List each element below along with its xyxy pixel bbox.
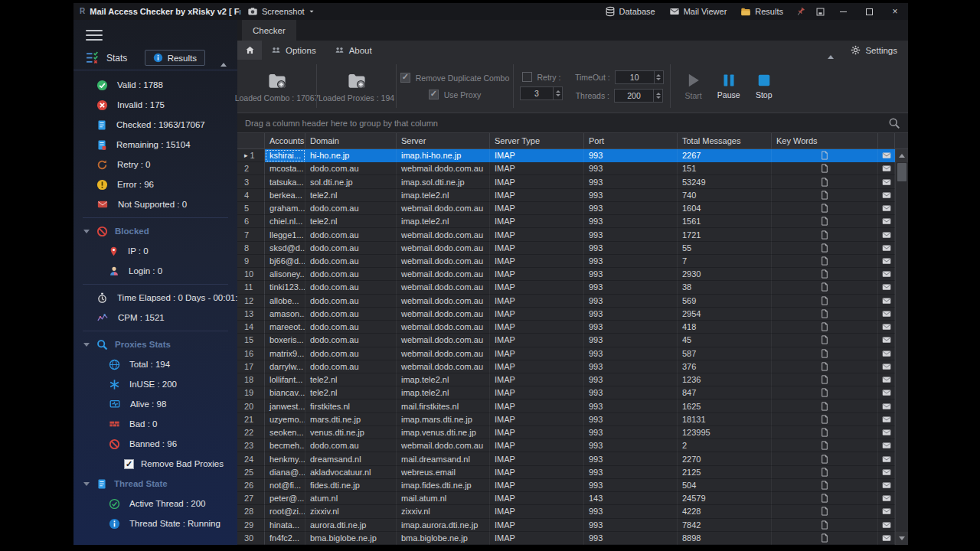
cell-total-messages[interactable]: 418 [678, 321, 772, 334]
cell-total-messages[interactable]: 1721 [678, 228, 772, 241]
cell-account[interactable]: not@fi... [265, 479, 305, 492]
cell-domain[interactable]: dodo.com.au [305, 281, 397, 294]
cell-server[interactable]: webmail.dodo.com.au [397, 162, 490, 175]
cell-port[interactable]: 143 [584, 492, 678, 505]
column-header-server-type[interactable]: Server Type [490, 133, 584, 149]
cell-server[interactable]: webmail.dodo.com.au [397, 255, 490, 268]
cell-total-messages[interactable]: 504 [678, 479, 772, 492]
cell-domain[interactable]: hi-ho.ne.jp [305, 149, 397, 162]
cell-server-type[interactable]: IMAP [490, 189, 584, 202]
results-button[interactable]: Results [733, 3, 790, 20]
table-row[interactable]: 18lollifant...tele2.nlimap.tele2.nlIMAP9… [237, 373, 895, 386]
cell-key-words[interactable] [772, 308, 878, 321]
mail-viewer-button[interactable]: Mail Viewer [662, 3, 734, 20]
table-row[interactable]: 29hinata...aurora.dti.ne.jpimap.aurora.d… [237, 519, 895, 532]
cell-key-words[interactable] [772, 162, 878, 175]
cell-mail-action[interactable] [878, 519, 895, 532]
cell-mail-action[interactable] [878, 426, 895, 439]
cell-account[interactable]: seoken... [265, 426, 305, 439]
cell-server-type[interactable]: IMAP [490, 386, 584, 399]
cell-port[interactable]: 993 [584, 373, 678, 386]
cell-domain[interactable]: dodo.com.au [305, 228, 397, 241]
cell-domain[interactable]: zixxiv.nl [305, 505, 397, 518]
cell-domain[interactable]: dodo.com.au [305, 242, 397, 255]
cell-server[interactable]: webmail.dodo.com.au [397, 228, 490, 241]
cell-port[interactable]: 993 [584, 360, 678, 373]
cell-account[interactable]: peter@... [265, 492, 305, 505]
cell-total-messages[interactable]: 740 [678, 189, 772, 202]
cell-key-words[interactable] [772, 347, 878, 360]
column-header-port[interactable]: Port [584, 133, 678, 149]
cell-key-words[interactable] [772, 228, 878, 241]
cell-server-type[interactable]: IMAP [490, 360, 584, 373]
cell-account[interactable]: sksd@d... [265, 242, 305, 255]
cell-server-type[interactable]: IMAP [490, 308, 584, 321]
cell-total-messages[interactable]: 376 [678, 360, 772, 373]
cell-key-words[interactable] [772, 373, 878, 386]
cell-mail-action[interactable] [878, 295, 895, 308]
cell-key-words[interactable] [772, 175, 878, 188]
stepper-arrows-icon[interactable] [654, 71, 663, 83]
table-row[interactable]: 27peter@...atum.nlmail.atum.nlIMAP143245… [237, 492, 895, 505]
cell-mail-action[interactable] [878, 492, 895, 505]
cell-mail-action[interactable] [878, 466, 895, 479]
cell-server[interactable]: imap.hi-ho.ne.jp [397, 149, 490, 162]
cell-mail-action[interactable] [878, 281, 895, 294]
cell-port[interactable]: 993 [584, 386, 678, 399]
cell-server-type[interactable]: IMAP [490, 255, 584, 268]
cell-key-words[interactable] [772, 268, 878, 281]
cell-server-type[interactable]: IMAP [490, 175, 584, 188]
cell-total-messages[interactable]: 151 [678, 162, 772, 175]
cell-mail-action[interactable] [878, 439, 895, 452]
cell-server-type[interactable]: IMAP [490, 519, 584, 532]
cell-mail-action[interactable] [878, 479, 895, 492]
cell-port[interactable]: 993 [584, 532, 678, 545]
threads-stepper[interactable]: 200 [614, 89, 663, 103]
cell-account[interactable]: matrix9... [265, 347, 305, 360]
grid-group-panel[interactable]: Drag a column header here to group by th… [237, 113, 908, 133]
cell-server-type[interactable]: IMAP [490, 162, 584, 175]
cell-account[interactable]: bj66@d... [265, 255, 305, 268]
loaded-combo-button[interactable]: Loaded Combo : 17067 [237, 60, 316, 112]
cell-port[interactable]: 993 [584, 399, 678, 412]
column-header-key-words[interactable]: Key Words [772, 133, 878, 149]
menu-about[interactable]: About [325, 41, 381, 60]
cell-total-messages[interactable]: 2125 [678, 466, 772, 479]
cell-key-words[interactable] [772, 532, 878, 545]
cell-key-words[interactable] [772, 149, 878, 162]
cell-port[interactable]: 993 [584, 347, 678, 360]
table-row[interactable]: 2mcosta...dodo.com.auwebmail.dodo.com.au… [237, 162, 895, 175]
cell-server-type[interactable]: IMAP [490, 492, 584, 505]
cell-domain[interactable]: fides.dti.ne.jp [305, 479, 397, 492]
search-icon[interactable] [888, 117, 900, 129]
cell-total-messages[interactable]: 587 [678, 347, 772, 360]
cell-account[interactable]: janwest... [265, 399, 305, 412]
cell-key-words[interactable] [772, 479, 878, 492]
cell-total-messages[interactable]: 2270 [678, 452, 772, 465]
cell-mail-action[interactable] [878, 242, 895, 255]
cell-total-messages[interactable]: 38 [678, 281, 772, 294]
cell-mail-action[interactable] [878, 505, 895, 518]
cell-key-words[interactable] [772, 426, 878, 439]
cell-mail-action[interactable] [878, 175, 895, 188]
table-row[interactable]: 25diana@...akladvocatuur.nlwebreus.email… [237, 466, 895, 479]
cell-server-type[interactable]: IMAP [490, 321, 584, 334]
scroll-down-button[interactable] [896, 532, 908, 545]
cell-total-messages[interactable]: 45 [678, 334, 772, 347]
table-row[interactable]: 16matrix9...dodo.com.auwebmail.dodo.com.… [237, 347, 895, 360]
cell-account[interactable]: tinki123... [265, 281, 305, 294]
cell-domain[interactable]: sol.dti.ne.jp [305, 175, 397, 188]
cell-total-messages[interactable]: 123995 [678, 426, 772, 439]
sidebar-results-button[interactable]: Results [145, 50, 205, 66]
cell-total-messages[interactable]: 53249 [678, 175, 772, 188]
cell-server[interactable]: webmail.dodo.com.au [397, 334, 490, 347]
stop-button[interactable]: Stop [750, 73, 778, 99]
menu-options[interactable]: Options [262, 41, 325, 60]
cell-total-messages[interactable]: 847 [678, 386, 772, 399]
table-row[interactable]: 28root@zi...zixxiv.nlzixxiv.nlIMAP993422… [237, 505, 895, 518]
cell-total-messages[interactable]: 2930 [678, 268, 772, 281]
cell-total-messages[interactable]: 1604 [678, 202, 772, 215]
table-row[interactable]: 26not@fi...fides.dti.ne.jpimap.fides.dti… [237, 479, 895, 492]
cell-port[interactable]: 993 [584, 281, 678, 294]
cell-port[interactable]: 993 [584, 175, 678, 188]
